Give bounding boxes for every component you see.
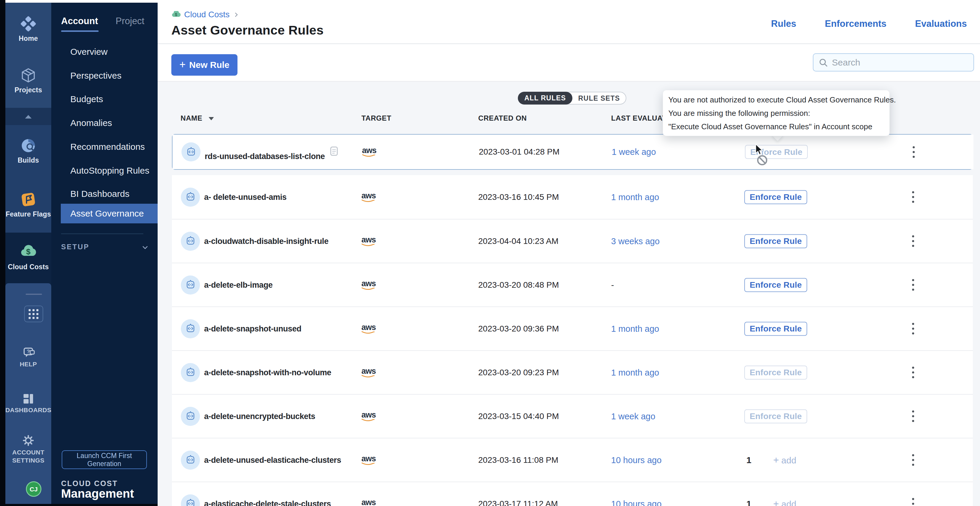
rule-name: a-delete-snapshot-with-no-volume xyxy=(204,368,331,377)
launch-ccm-first-generation-button[interactable]: Launch CCM First Generation xyxy=(62,450,147,469)
row-menu-kebab[interactable] xyxy=(910,408,916,425)
cloud-costs-icon xyxy=(171,11,181,18)
sidebar-item-projects[interactable]: Projects xyxy=(5,67,51,94)
enforce-rule-button[interactable]: Enforce Rule xyxy=(744,278,807,292)
row-menu-kebab[interactable] xyxy=(910,189,916,206)
row-menu-kebab[interactable] xyxy=(910,364,916,381)
enforce-rule-button[interactable]: Enforce Rule xyxy=(744,190,807,204)
row-menu-kebab[interactable] xyxy=(910,495,916,506)
table-row[interactable]: a-delete-snapshot-with-no-volume 2023-03… xyxy=(172,350,973,394)
row-menu-kebab[interactable] xyxy=(910,276,916,293)
nav-link-enforcements[interactable]: Enforcements xyxy=(825,19,886,29)
column-header-name[interactable]: NAME xyxy=(181,114,202,122)
product-name: Management xyxy=(61,487,134,500)
table-row[interactable]: a-delete-snapshot-unused 2023-03-20 09:3… xyxy=(172,306,973,350)
add-enforcement-link[interactable]: +add xyxy=(773,454,796,466)
column-header-created-on: CREATED ON xyxy=(478,114,527,122)
nav-link-rules[interactable]: Rules xyxy=(771,19,796,29)
breadcrumb-link-cloud-costs[interactable]: Cloud Costs xyxy=(184,10,230,19)
table-row[interactable]: a-delete-unencrypted-buckets 2023-03-15 … xyxy=(172,394,973,438)
table-row[interactable]: a-delete-elb-image 2023-03-20 08:48 PM -… xyxy=(172,263,973,306)
cube-icon xyxy=(20,67,37,84)
sidebar-item-recommendations[interactable]: Recommendations xyxy=(51,137,158,157)
rule-icon xyxy=(181,276,200,295)
rule-name: a-delete-unencrypted-buckets xyxy=(204,412,315,421)
setup-section-toggle[interactable]: SETUP xyxy=(61,240,148,254)
tooltip-line: You are not authorized to execute Cloud … xyxy=(668,93,889,106)
table-row[interactable]: a-delete-unused-elasticache-clusters 202… xyxy=(172,438,973,482)
new-rule-label: New Rule xyxy=(189,60,229,70)
rule-icon xyxy=(181,142,200,162)
sidebar-item-cloud-costs[interactable]: Cloud Costs xyxy=(5,244,51,271)
cursor-arrow-icon xyxy=(755,144,763,155)
sidebar-divider xyxy=(61,233,143,234)
module-picker-button[interactable] xyxy=(24,306,43,322)
sidebar-item-feature-flags[interactable]: Feature Flags xyxy=(5,191,51,218)
collapse-up-icon xyxy=(25,115,32,119)
toggle-rule-sets[interactable]: RULE SETS xyxy=(573,92,626,104)
table-row[interactable]: a- delete-unused-amis 2023-03-16 10:45 P… xyxy=(172,175,973,219)
enforce-rule-button[interactable]: Enforce Rule xyxy=(744,365,807,379)
nav-link-evaluations[interactable]: Evaluations xyxy=(915,19,967,29)
row-menu-kebab[interactable] xyxy=(910,452,916,469)
aws-logo xyxy=(361,279,376,291)
add-enforcement-link[interactable]: +add xyxy=(773,498,796,506)
not-allowed-icon xyxy=(757,155,768,166)
aws-logo xyxy=(362,146,376,158)
sidebar-item-label: ACCOUNT SETTINGS xyxy=(8,448,49,464)
rule-name: rds-unused-databases-list-clone xyxy=(205,152,325,161)
sidebar-item-anomalies[interactable]: Anomalies xyxy=(51,113,158,133)
row-menu-kebab[interactable] xyxy=(910,233,916,250)
sidebar-item-builds[interactable]: Builds xyxy=(5,137,51,164)
chevron-down-icon xyxy=(142,244,148,249)
sidebar-item-dashboards[interactable]: DASHBOARDS xyxy=(5,392,51,414)
main-content: Cloud Costs Asset Governance Rules Rules… xyxy=(158,0,980,506)
plus-icon: + xyxy=(179,59,186,71)
sidebar-item-label: Cloud Costs xyxy=(5,263,51,271)
selected-row-card: rds-unused-databases-list-clone 2023-03-… xyxy=(172,134,973,170)
column-header-target: TARGET xyxy=(361,114,391,122)
page-title: Asset Governance Rules xyxy=(171,23,324,38)
sidebar-item-asset-governance[interactable]: Asset Governance xyxy=(61,204,158,224)
sidebar-item-overview[interactable]: Overview xyxy=(51,42,158,62)
builds-icon xyxy=(20,137,37,154)
rule-name: a-cloudwatch-disable-insight-rule xyxy=(204,236,328,246)
sidebar-item-account-settings[interactable]: ACCOUNT SETTINGS xyxy=(5,433,51,464)
toggle-all-rules[interactable]: ALL RULES xyxy=(518,92,573,105)
enforce-rule-button[interactable]: Enforce Rule xyxy=(744,322,807,336)
window-edge xyxy=(0,0,5,506)
avatar[interactable]: CJ xyxy=(26,481,41,497)
created-on-value: 2023-03-17 11:12 AM xyxy=(478,499,558,506)
aws-logo xyxy=(361,410,376,422)
chevron-right-icon xyxy=(233,12,238,17)
tooltip-line: You are missing the following permission… xyxy=(668,106,889,120)
sidebar-item-bi-dashboards[interactable]: BI Dashboards xyxy=(51,184,158,204)
tab-account[interactable]: Account xyxy=(61,16,98,27)
sidebar-item-label: DASHBOARDS xyxy=(5,406,51,414)
sidebar-item-home[interactable]: Home xyxy=(5,16,51,43)
table-row[interactable]: rds-unused-databases-list-clone 2023-03-… xyxy=(172,135,974,169)
sidebar-item-perspectives[interactable]: Perspectives xyxy=(51,66,158,86)
rail-collapse-strip[interactable] xyxy=(5,108,51,125)
last-evaluation-value: 1 month ago xyxy=(611,192,659,202)
enforce-rule-button[interactable]: Enforce Rule xyxy=(744,234,807,248)
sidebar-item-autostopping-rules[interactable]: AutoStopping Rules xyxy=(51,161,158,181)
table-row[interactable]: a-elasticache-delete-stale-clusters 2023… xyxy=(172,482,973,506)
table-row[interactable]: a-cloudwatch-disable-insight-rule 2023-0… xyxy=(172,219,973,263)
grid-icon xyxy=(29,309,39,319)
tab-project[interactable]: Project xyxy=(116,16,144,27)
search-input[interactable] xyxy=(832,57,963,68)
new-rule-button[interactable]: + New Rule xyxy=(171,54,237,76)
row-menu-kebab[interactable] xyxy=(910,320,916,338)
rail-divider xyxy=(25,293,42,295)
aws-logo xyxy=(361,454,376,466)
cloud-costs-sidebar: Account Project Overview Perspectives Bu… xyxy=(51,3,158,506)
tooltip-line: "Execute Cloud Asset Governance Rules" i… xyxy=(668,120,889,133)
enforce-rule-button[interactable]: Enforce Rule xyxy=(745,145,808,159)
aws-logo xyxy=(361,498,376,506)
enforce-rule-button[interactable]: Enforce Rule xyxy=(744,409,807,423)
search-box xyxy=(813,53,974,71)
sidebar-item-help[interactable]: HELP xyxy=(5,346,51,368)
sidebar-item-budgets[interactable]: Budgets xyxy=(51,89,158,109)
row-menu-kebab[interactable] xyxy=(911,143,916,160)
